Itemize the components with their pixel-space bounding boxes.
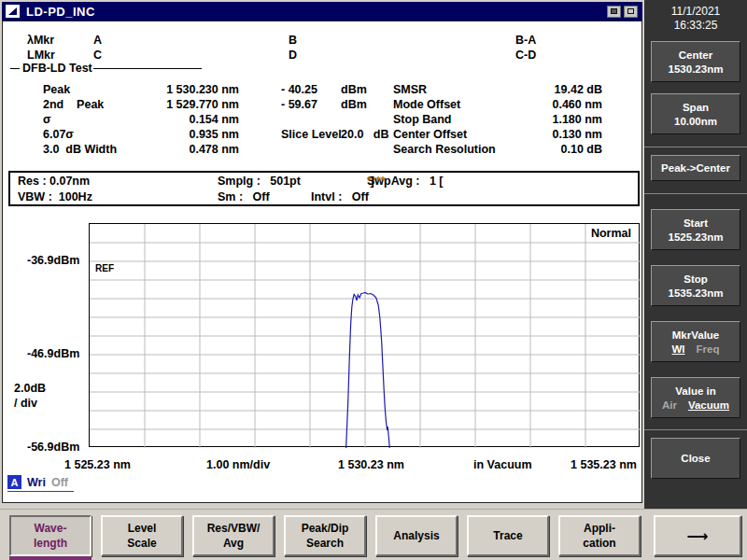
side-button-center[interactable]: Center 1530.23nm [651,41,740,82]
analysis-value: 1 530.230 nm [113,83,239,96]
restore-icon [611,8,617,14]
side-button-value-in[interactable]: Value in Air Vacuum [651,377,740,418]
legend-line [93,68,202,69]
analysis-row-2nd-peak: 2nd Peak 1 529.770 nm - 59.67 dBm Mode O… [3,98,643,113]
analysis-row-peak: Peak 1 530.230 nm - 40.25 dBm SMSR 19.42… [3,83,643,98]
panel-separator [644,193,747,194]
side-button-start[interactable]: Start 1525.23nm [651,209,740,250]
x-axis-div-label: 1.00 nm/div [206,458,270,471]
panel-separator [644,147,747,147]
analysis-level-unit: dBm [341,83,367,96]
analysis-row-sigma: σ 0.154 nm Stop Band 1.180 nm [3,113,643,128]
analysis-rlabel: Mode Offset [393,98,460,111]
side-button-marker-value[interactable]: MkrValue Wl Freq [651,321,740,362]
window-restore-button[interactable] [607,6,621,18]
slice-level-label: Slice Level [281,128,342,141]
resolution-setting: Res : 0.07nm [18,175,90,188]
analysis-rvalue: 19.42 dB [486,83,602,96]
legend-dash [10,68,20,69]
analysis-level: - 40.25 [281,83,317,96]
marker-b-label: B [289,34,297,47]
osa-application-window: LD-PD_INC λMkr A B B-A LMkr C D C-D DFB-… [0,0,747,560]
analysis-label: 2nd Peak [43,98,104,111]
sweep-settings-box: Res : 0.07nm Smplg : 501pt SwpAvg : 1 [ … [8,171,640,206]
spectrum-trace-svg [90,224,641,448]
level-marker-label: LMkr [27,49,55,62]
option-vacuum[interactable]: Vacuum [688,399,729,411]
fkey-trace[interactable]: Trace [467,515,549,556]
right-arrow-icon: ⟶ [687,527,709,545]
side-button-peak-to-center[interactable]: Peak->Center [651,155,740,181]
marker-cd-label: C-D [515,49,536,62]
analysis-row-3db-width: 3.0 dB Width 0.478 nm Search Resolution … [3,143,643,158]
analysis-rvalue: 1.180 nm [486,113,602,126]
analysis-label: 3.0 dB Width [43,143,117,156]
active-key-indicator [9,556,92,560]
fkey-level-scale[interactable]: LevelScale [101,515,183,556]
title-bar: LD-PD_INC [2,2,642,21]
fkey-wavelength[interactable]: Wave-length [9,515,92,556]
trace-status[interactable]: A Wri Off [7,475,74,492]
lambda-marker-label: λMkr [27,34,54,47]
analysis-level-unit: dBm [341,98,367,111]
option-frequency[interactable]: Freq [697,343,720,355]
y-axis-label-top: -36.9dBm [27,254,79,267]
analysis-rvalue: 0.10 dB [486,143,602,156]
analysis-rlabel: Search Resolution [393,143,496,156]
analysis-rlabel: Center Offset [393,128,467,141]
analysis-value: 0.935 nm [113,128,239,141]
app-logo-icon [6,5,20,18]
y-scale-label-div: / div [14,397,37,410]
time-label: 16:33:25 [644,19,747,33]
analysis-label: 6.07σ [43,128,74,141]
softkey-panel: 11/1/2021 16:33:25 Center 1530.23nm Span… [644,0,747,510]
y-axis-label-mid: -46.9dBm [27,347,79,360]
option-air[interactable]: Air [662,399,677,411]
marker-a-label: A [93,34,102,47]
analysis-value: 1 529.770 nm [113,98,239,111]
window-title: LD-PD_INC [26,5,95,19]
fkey-res-vbw-avg[interactable]: Res/VBW/Avg [192,515,275,556]
fkey-application[interactable]: Appli-cation [558,515,641,556]
ref-level-label: REF [95,263,114,273]
maximize-icon [627,8,634,14]
marker-d-label: D [289,49,297,62]
y-axis-label-bottom: -56.9dBm [27,441,79,454]
marker-ba-label: B-A [515,34,536,47]
fkey-analysis[interactable]: Analysis [375,515,458,556]
option-wavelength[interactable]: Wl [672,343,685,355]
interval-setting: Intvl : Off [311,190,369,203]
side-button-close[interactable]: Close [651,438,740,479]
vbw-setting: VBW : 100Hz [18,190,92,203]
window-maximize-button[interactable] [624,6,638,18]
analysis-rlabel: SMSR [393,83,427,96]
x-axis-stop-label: 1 535.23 nm [571,458,637,471]
x-axis-center-label: 1 530.23 nm [338,458,404,471]
fkey-more-arrow[interactable]: ⟶ [654,515,741,556]
trace-a-badge: A [7,475,21,489]
analysis-label: σ [43,113,51,126]
datetime-display: 11/1/2021 16:33:25 [644,5,747,33]
analysis-rlabel: Stop Band [393,113,452,126]
analysis-title: DFB-LD Test [22,62,92,75]
spectrum-chart: Normal REF [89,223,640,447]
side-button-span[interactable]: Span 10.00nm [651,93,740,134]
trace-write-mode-label: Wri [27,476,46,489]
analysis-value: 0.154 nm [113,113,239,126]
side-button-stop[interactable]: Stop 1535.23nm [651,265,740,306]
trace-mode-label: Normal [591,227,631,240]
date-label: 11/1/2021 [644,5,747,19]
smoothing-setting: Sm : Off [218,190,270,203]
panel-separator [644,429,747,430]
x-axis-start-label: 1 525.23 nm [64,458,131,471]
analysis-level: - 59.67 [281,98,317,111]
analysis-row-6sigma: 6.07σ 0.935 nm Slice Level 20.0 dB Cente… [3,128,643,143]
analysis-rvalue: 0.460 nm [486,98,602,111]
x-axis-medium-label: in Vacuum [473,458,532,471]
measurement-screen: λMkr A B B-A LMkr C D C-D DFB-LD Test Pe… [2,21,642,503]
y-scale-label: 2.0dB [14,382,46,395]
analysis-rvalue: 0.130 nm [486,128,602,141]
slice-level-value: 20.0 dB [341,128,388,141]
function-key-bar: Wave-length LevelScale Res/VBW/Avg Peak/… [0,509,747,560]
fkey-peak-dip-search[interactable]: Peak/DipSearch [284,515,366,556]
